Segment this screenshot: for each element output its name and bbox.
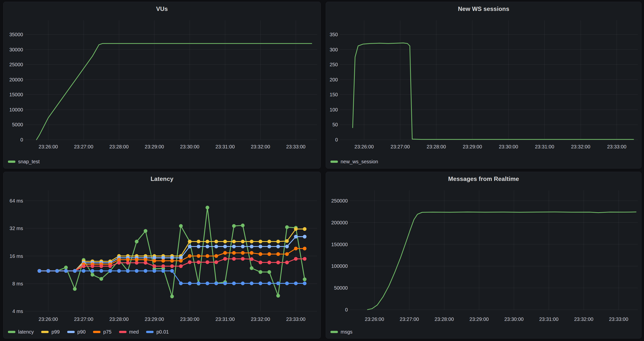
y-tick-label: 35000 bbox=[9, 32, 23, 37]
legend-swatch-p99 bbox=[41, 331, 48, 333]
x-tick-label: 23:33:00 bbox=[607, 144, 626, 149]
legend-swatch-p0.01 bbox=[146, 331, 154, 333]
x-tick-label: 23:31:00 bbox=[535, 144, 554, 149]
legend-swatch-p90 bbox=[67, 331, 75, 333]
x-tick-label: 23:28:00 bbox=[435, 316, 454, 322]
grid bbox=[350, 190, 638, 310]
series-snap_test bbox=[36, 44, 312, 140]
x-tick-label: 23:31:00 bbox=[215, 316, 235, 322]
y-tick-label: 150000 bbox=[331, 242, 348, 247]
x-tick-label: 23:29:00 bbox=[145, 316, 164, 322]
legend-label: msgs bbox=[340, 329, 352, 335]
y-tick-label: 25000 bbox=[9, 62, 23, 67]
y-tick-label: 100000 bbox=[331, 263, 348, 269]
legend-swatch-msgs bbox=[330, 331, 338, 333]
messages-from-realtime-chart[interactable]: 05000010000015000020000025000023:26:0023… bbox=[326, 186, 641, 327]
legend-item-p0.01[interactable]: p0.01 bbox=[146, 329, 169, 335]
y-tick-label: 8 ms bbox=[12, 281, 23, 286]
x-axis: 23:26:0023:27:0023:28:0023:29:0023:30:00… bbox=[39, 316, 306, 322]
x-tick-label: 23:29:00 bbox=[469, 316, 489, 322]
y-tick-label: 250 bbox=[330, 62, 338, 67]
panel-title-vus[interactable]: VUs bbox=[4, 2, 320, 16]
y-tick-label: 0 bbox=[335, 137, 338, 142]
x-tick-label: 23:27:00 bbox=[74, 144, 93, 149]
x-tick-label: 23:33:00 bbox=[286, 316, 306, 322]
x-tick-label: 23:30:00 bbox=[499, 144, 518, 149]
legend-item-p90[interactable]: p90 bbox=[67, 329, 86, 335]
x-tick-label: 23:32:00 bbox=[571, 144, 590, 149]
legend-label: p99 bbox=[51, 329, 60, 335]
vus-chart[interactable]: 0500010000150002000025000300003500023:26… bbox=[4, 16, 320, 157]
grid bbox=[25, 20, 317, 140]
x-tick-label: 23:29:00 bbox=[145, 144, 164, 149]
x-axis: 23:26:0023:27:0023:28:0023:29:0023:30:00… bbox=[365, 316, 628, 322]
x-tick-label: 23:31:00 bbox=[215, 144, 235, 149]
series-msgs bbox=[368, 212, 636, 310]
panel-title-messages-from-realtime[interactable]: Messages from Realtime bbox=[326, 172, 641, 186]
legend-item-latency[interactable]: latency bbox=[8, 329, 34, 335]
y-tick-label: 200 bbox=[330, 77, 338, 82]
legend-label: p75 bbox=[103, 329, 112, 335]
x-tick-label: 23:26:00 bbox=[39, 316, 58, 322]
legend-item-snap_test[interactable]: snap_test bbox=[8, 159, 40, 165]
legend-label: med bbox=[129, 329, 139, 335]
x-tick-label: 23:32:00 bbox=[574, 316, 594, 322]
new-ws-sessions-chart[interactable]: 05010015020025030035023:26:0023:27:0023:… bbox=[326, 16, 641, 157]
legend-item-msgs[interactable]: msgs bbox=[330, 329, 352, 335]
y-tick-label: 16 ms bbox=[10, 253, 23, 259]
y-tick-label: 300 bbox=[330, 47, 338, 52]
legend-item-med[interactable]: med bbox=[119, 329, 139, 335]
y-axis: 05000100001500020000250003000035000 bbox=[9, 32, 23, 142]
x-tick-label: 23:28:00 bbox=[110, 316, 129, 322]
panel-latency: Latency 4 ms8 ms16 ms32 ms64 ms23:26:002… bbox=[3, 172, 321, 338]
vus-legend: snap_test bbox=[4, 157, 320, 168]
y-tick-label: 4 ms bbox=[12, 308, 23, 314]
panel-title-latency[interactable]: Latency bbox=[4, 172, 320, 186]
panel-vus: VUs 050001000015000200002500030000350002… bbox=[3, 2, 321, 169]
legend-item-p75[interactable]: p75 bbox=[93, 329, 112, 335]
y-tick-label: 0 bbox=[345, 307, 348, 312]
legend-item-new_ws_session[interactable]: new_ws_session bbox=[330, 159, 378, 165]
x-tick-label: 23:26:00 bbox=[365, 316, 384, 322]
x-tick-label: 23:30:00 bbox=[180, 316, 200, 322]
legend-label: p0.01 bbox=[156, 329, 169, 335]
legend-item-p99[interactable]: p99 bbox=[41, 329, 60, 335]
x-tick-label: 23:30:00 bbox=[504, 316, 524, 322]
x-tick-label: 23:27:00 bbox=[390, 144, 410, 149]
panel-title-new-ws-sessions[interactable]: New WS sessions bbox=[326, 2, 641, 16]
y-tick-label: 350 bbox=[330, 32, 338, 37]
legend-swatch-med bbox=[119, 331, 126, 333]
y-tick-label: 20000 bbox=[9, 77, 23, 82]
x-axis: 23:26:0023:27:0023:28:0023:29:0023:30:00… bbox=[354, 144, 626, 149]
y-tick-label: 30000 bbox=[9, 47, 23, 52]
new-ws-sessions-legend: new_ws_session bbox=[326, 157, 641, 168]
y-tick-label: 250000 bbox=[331, 198, 348, 203]
messages-from-realtime-legend: msgs bbox=[326, 327, 641, 338]
x-tick-label: 23:27:00 bbox=[400, 316, 419, 322]
x-tick-label: 23:28:00 bbox=[427, 144, 446, 149]
y-tick-label: 32 ms bbox=[10, 226, 23, 231]
x-tick-label: 23:26:00 bbox=[354, 144, 374, 149]
y-tick-label: 64 ms bbox=[10, 198, 23, 203]
panel-new-ws-sessions: New WS sessions 05010015020025030035023:… bbox=[326, 2, 642, 169]
legend-label: new_ws_session bbox=[340, 159, 378, 165]
legend-label: snap_test bbox=[18, 159, 40, 165]
x-axis: 23:26:0023:27:0023:28:0023:29:0023:30:00… bbox=[39, 144, 306, 149]
latency-chart[interactable]: 4 ms8 ms16 ms32 ms64 ms23:26:0023:27:002… bbox=[4, 186, 320, 327]
series-new_ws_session bbox=[353, 43, 634, 140]
x-tick-label: 23:29:00 bbox=[463, 144, 482, 149]
legend-swatch-latency bbox=[8, 331, 16, 333]
x-tick-label: 23:33:00 bbox=[286, 144, 306, 149]
y-axis: 050100150200250300350 bbox=[330, 32, 338, 142]
y-tick-label: 5000 bbox=[12, 122, 23, 127]
y-tick-label: 15000 bbox=[9, 92, 23, 97]
y-tick-label: 0 bbox=[20, 137, 23, 142]
x-tick-label: 23:28:00 bbox=[110, 144, 129, 149]
y-axis: 4 ms8 ms16 ms32 ms64 ms bbox=[10, 198, 23, 314]
legend-swatch-new_ws_session bbox=[330, 161, 338, 163]
x-tick-label: 23:33:00 bbox=[609, 316, 628, 322]
legend-swatch-p75 bbox=[93, 331, 100, 333]
panel-messages-from-realtime: Messages from Realtime 05000010000015000… bbox=[326, 172, 642, 338]
latency-legend: latencyp99p90p75medp0.01 bbox=[4, 327, 320, 338]
dashboard-grid: VUs 050001000015000200002500030000350002… bbox=[0, 0, 644, 341]
